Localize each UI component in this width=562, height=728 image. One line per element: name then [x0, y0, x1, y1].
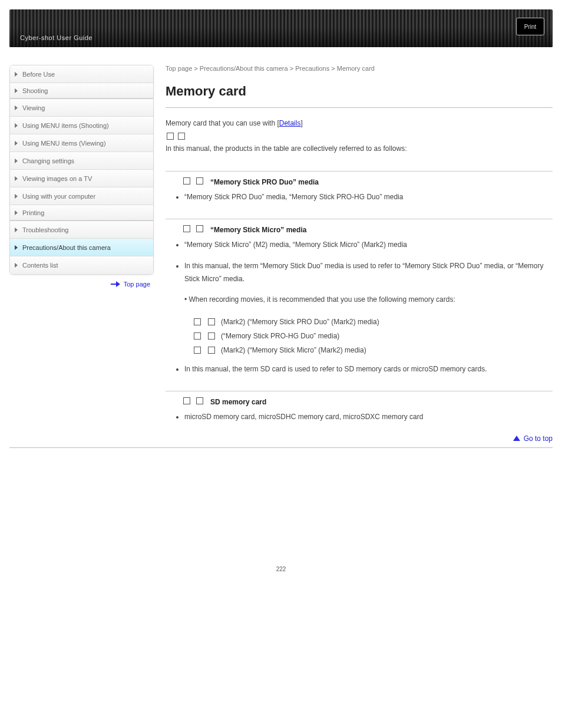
- square-icon: [196, 397, 203, 404]
- section-rule: [166, 391, 553, 391]
- nav-label: Troubleshooting: [22, 226, 68, 233]
- sub-link-text: (Mark2) (“Memory Stick PRO Duo” (Mark2) …: [221, 315, 379, 329]
- note-item: In this manual, the term “Memory Stick D…: [184, 260, 553, 285]
- chevron-right-icon: [15, 194, 18, 199]
- triangle-up-icon: [513, 436, 520, 441]
- square-icon: [183, 225, 190, 232]
- chevron-right-icon: [15, 245, 18, 250]
- sub-link-row: (Mark2) (“Memory Stick Micro” (Mark2) me…: [193, 343, 553, 357]
- side-nav: Before Use Shooting Viewing Using MENU i…: [9, 65, 154, 275]
- square-icon: [208, 332, 215, 340]
- intro-suffix: ]: [300, 119, 302, 127]
- note-item: “Memory Stick PRO Duo” media, “Memory St…: [184, 191, 553, 204]
- breadcrumb[interactable]: Top page > Precautions/About this camera…: [166, 65, 375, 72]
- note-item: “Memory Stick Micro” (M2) media, “Memory…: [184, 239, 553, 252]
- nav-label: Shooting: [22, 87, 48, 94]
- section-head: SD memory card: [182, 397, 553, 406]
- chevron-right-icon: [15, 123, 18, 128]
- top-page-link[interactable]: Top page: [9, 281, 150, 288]
- nav-label: Before Use: [22, 71, 55, 78]
- nav-item[interactable]: Changing settings: [10, 152, 153, 170]
- chevron-right-icon: [15, 141, 18, 146]
- chevron-right-icon: [15, 88, 18, 93]
- section: “Memory Stick PRO Duo” media “Memory Sti…: [166, 171, 553, 204]
- go-top-label: Go to top: [524, 434, 553, 443]
- sidebar: Before Use Shooting Viewing Using MENU i…: [9, 65, 154, 443]
- print-button[interactable]: Print: [516, 18, 544, 35]
- square-icon: [194, 347, 201, 354]
- chevron-right-icon: [15, 72, 18, 77]
- chevron-right-icon: [15, 106, 18, 110]
- nav-label: Contents list: [22, 262, 58, 269]
- main-content: Top page > Precautions/About this camera…: [166, 65, 553, 443]
- chevron-right-icon: [15, 228, 18, 232]
- nav-item[interactable]: Using with your computer: [10, 187, 153, 205]
- section-label: “Memory Stick PRO Duo” media: [210, 178, 319, 186]
- square-icon: [183, 397, 190, 404]
- square-icon: [196, 177, 203, 185]
- nav-item[interactable]: Viewing: [10, 99, 153, 117]
- nav-item[interactable]: Viewing images on a TV: [10, 170, 153, 187]
- note-item: microSD memory card, microSDHC memory ca…: [184, 411, 553, 424]
- intro-block: Memory card that you can use with [Detai…: [166, 117, 553, 156]
- note-item: • When recording movies, it is recommend…: [184, 294, 553, 307]
- section: SD memory card microSD memory card, micr…: [166, 391, 553, 424]
- square-icon: [208, 347, 215, 354]
- square-icon: [167, 133, 174, 140]
- section-head: “Memory Stick PRO Duo” media: [182, 177, 553, 186]
- nav-item[interactable]: Using MENU items (Shooting): [10, 117, 153, 134]
- nav-item[interactable]: Contents list: [10, 256, 153, 274]
- nav-label: Printing: [22, 209, 44, 216]
- section: “Memory Stick Micro” media “Memory Stick…: [166, 219, 553, 375]
- nav-label: Using with your computer: [22, 193, 95, 200]
- details-link[interactable]: Details: [279, 119, 301, 127]
- page-title: Memory card: [166, 84, 553, 99]
- nav-item[interactable]: Before Use: [10, 65, 153, 83]
- chevron-right-icon: [15, 263, 18, 268]
- nav-item[interactable]: Shooting: [10, 83, 153, 98]
- section-label: SD memory card: [210, 398, 266, 406]
- section-rule: [166, 219, 553, 219]
- notes-list: In this manual, the term SD card is used…: [176, 363, 553, 376]
- sub-link-row: (“Memory Stick PRO-HG Duo” media): [193, 329, 553, 343]
- sub-link-row: (Mark2) (“Memory Stick PRO Duo” (Mark2) …: [193, 315, 553, 329]
- square-icon: [178, 133, 185, 140]
- chevron-right-icon: [15, 176, 18, 181]
- chevron-right-icon: [15, 159, 18, 163]
- nav-item[interactable]: Troubleshooting: [10, 221, 153, 239]
- header-bar: Cyber-shot User Guide Print: [9, 9, 553, 47]
- arrow-right-icon: [111, 282, 120, 286]
- nav-label: Using MENU items (Shooting): [22, 122, 109, 129]
- square-icon: [183, 177, 190, 185]
- nav-label: Viewing: [22, 104, 45, 111]
- app-title: Cyber-shot User Guide: [20, 34, 92, 41]
- nav-item[interactable]: Printing: [10, 205, 153, 220]
- section-label: “Memory Stick Micro” media: [210, 226, 306, 234]
- nav-label: Viewing images on a TV: [22, 175, 92, 182]
- nav-item[interactable]: Using MENU items (Viewing): [10, 134, 153, 152]
- chevron-right-icon: [15, 210, 18, 215]
- intro-text: Memory card that you can use with [: [166, 119, 279, 127]
- note-item: In this manual, the term SD card is used…: [184, 363, 553, 376]
- square-icon: [196, 225, 203, 232]
- page-number: 222: [9, 566, 553, 572]
- nav-item-active[interactable]: Precautions/About this camera: [10, 239, 153, 256]
- intro-line2: In this manual, the products in the tabl…: [166, 144, 407, 153]
- nav-label: Using MENU items (Viewing): [22, 140, 106, 147]
- nav-label: Changing settings: [22, 157, 74, 164]
- footer-rule: [9, 447, 553, 448]
- square-icon: [194, 318, 201, 325]
- square-icon: [208, 318, 215, 325]
- sub-link-text: (“Memory Stick PRO-HG Duo” media): [221, 329, 339, 343]
- notes-list: “Memory Stick PRO Duo” media, “Memory St…: [176, 191, 553, 204]
- top-page-label: Top page: [124, 281, 150, 288]
- section-head: “Memory Stick Micro” media: [182, 225, 553, 234]
- nav-label: Precautions/About this camera: [22, 244, 111, 251]
- square-icon: [194, 332, 201, 340]
- rule: [166, 107, 553, 108]
- notes-list: “Memory Stick Micro” (M2) media, “Memory…: [176, 239, 553, 306]
- sub-link-text: (Mark2) (“Memory Stick Micro” (Mark2) me…: [221, 343, 366, 357]
- section-rule: [166, 171, 553, 172]
- notes-list: microSD memory card, microSDHC memory ca…: [176, 411, 553, 424]
- go-to-top[interactable]: Go to top: [166, 434, 553, 443]
